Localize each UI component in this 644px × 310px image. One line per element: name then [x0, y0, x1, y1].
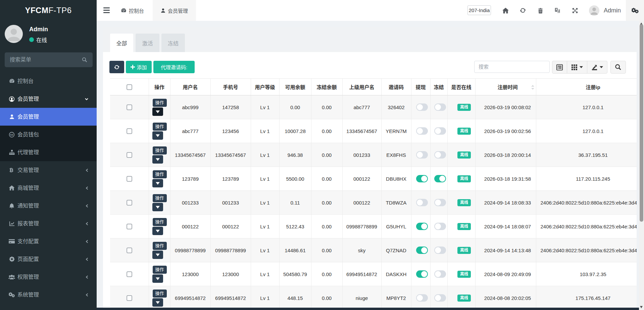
- svg-text:cc: cc: [10, 133, 13, 136]
